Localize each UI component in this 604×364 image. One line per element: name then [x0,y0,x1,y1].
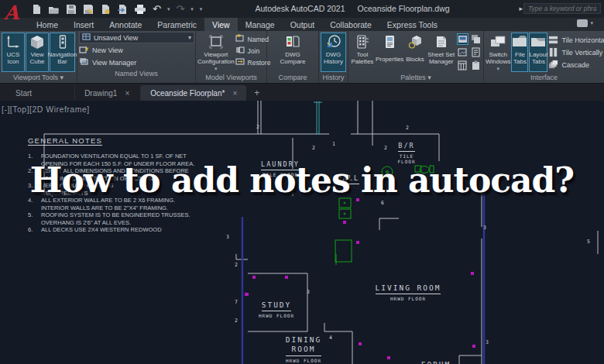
panel-label-palettes[interactable]: Palettes ▾ [348,73,483,83]
redo-button[interactable]: ↷ [176,4,184,14]
search-input[interactable] [523,3,601,14]
note-number: 5. [28,211,41,226]
undo-dropdown-icon[interactable]: ▾ [167,6,170,12]
viewport-configuration-icon [208,34,224,52]
new-file-icon[interactable] [31,4,42,15]
ribbon-tab-row: Home Insert Annotate Parametric View Man… [0,18,604,31]
panel-compare: DWG Compare Compare [267,31,319,83]
keynote: 3 [226,234,229,240]
export-icon[interactable] [117,4,128,15]
save-icon[interactable] [66,4,77,15]
redo-dropdown-icon[interactable]: ▾ [190,6,194,12]
properties-button[interactable]: Properties [376,33,404,73]
keynote: 7 [235,299,238,305]
sheet-set-manager-button[interactable]: Sheet Set Manager [426,33,456,73]
dwg-history-button[interactable]: DWG History [321,33,346,72]
view-manager-label: View Manager [92,59,136,67]
text-window-icon[interactable] [457,33,468,45]
tab-express-tools[interactable]: Express Tools [379,18,445,31]
panel-label-history: History [319,73,348,83]
ribbon: UCS Icon View Cube Navigation Bar Viewpo… [0,31,604,84]
sheet-set-manager-icon [434,34,449,52]
new-drawing-tab-button[interactable]: + [254,88,259,98]
tile-vertically-button[interactable]: Tile Vertically [548,47,604,58]
tab-parametric[interactable]: Parametric [149,18,204,31]
note-item: 6.ALL DECKS USE 2X4 WESTERN REDWOOD [28,226,228,234]
reference-icon[interactable] [457,46,468,58]
layout-tabs-toggle-button[interactable]: Layout Tabs [529,33,547,72]
cascade-button[interactable]: Cascade [548,60,604,70]
keynote: 3 [307,289,310,295]
tab-insert[interactable]: Insert [66,18,101,31]
clipboard-icon[interactable] [470,60,482,71]
undo-button[interactable]: ↶ [153,4,161,14]
dwg-compare-button[interactable]: DWG Compare [278,33,307,73]
viewport-configuration-label: Viewport Configuration [197,52,235,66]
viewport-configuration-button[interactable]: Viewport Configuration ▾ [197,33,235,73]
view-cube-button[interactable]: View Cube [26,33,49,72]
drawing-canvas[interactable]: [-][Top][2D Wireframe] GENERAL NOTES 1.F… [0,101,604,364]
viewport-controls[interactable]: [-][Top][2D Wireframe] [2,105,90,114]
search-arrow-icon[interactable]: ▸ [519,5,523,12]
quickcalc-icon[interactable] [470,33,482,45]
counting-icon[interactable] [457,60,468,71]
open-folder-icon[interactable] [48,4,60,15]
file-tab-bar: Start Drawing1 × Oceanside Floorplan* × … [0,84,604,101]
markup-icon[interactable] [470,46,482,58]
panel-label-compare: Compare [267,73,318,83]
switch-windows-label: Switch Windows [486,52,510,66]
tile-horizontally-button[interactable]: Tile Horizontally [548,35,604,46]
room-label-forum: FORUM [409,355,463,364]
print-icon[interactable] [134,4,146,15]
panel-viewport-tools: UCS Icon View Cube Navigation Bar Viewpo… [0,31,77,83]
switch-windows-button[interactable]: Switch Windows ▾ [486,33,510,73]
tab-manage[interactable]: Manage [238,18,283,31]
tab-output[interactable]: Output [283,18,323,31]
view-dropdown[interactable]: Unsaved View ▾ [79,32,194,43]
keynote: 3 [486,339,489,345]
dwg-history-label: DWG History [324,52,343,66]
tab-annotate[interactable]: Annotate [101,18,149,31]
dwg-compare-label: DWG Compare [280,52,306,66]
restore-viewport-button[interactable]: Restore [235,57,271,68]
overlay-headline: How to add notes in autocad? [30,160,574,200]
file-tab-start[interactable]: Start [6,85,75,101]
tab-home[interactable]: Home [29,18,66,31]
plot-stamp-icon[interactable] [100,4,111,15]
blocks-icon [407,34,423,52]
autocad-logo-icon[interactable]: A [4,2,24,26]
close-icon[interactable]: × [125,89,129,98]
new-view-button[interactable]: New View [79,44,194,56]
blocks-button[interactable]: Blocks [404,33,425,73]
keynote: 2 [312,145,315,151]
file-tabs-toggle-button[interactable]: File Tabs [511,33,528,72]
view-dropdown-value: Unsaved View [94,34,138,42]
panel-named-views: Unsaved View ▾ New View View Manager Nam… [77,31,196,83]
close-icon[interactable]: × [232,89,237,98]
room-name: STUDY [262,300,292,311]
save-as-icon[interactable] [83,4,94,15]
view-manager-button[interactable]: View Manager [79,57,194,68]
ucs-icon-button[interactable]: UCS Icon [2,33,25,72]
document-title: Oceanside Floorplan.dwg [358,4,450,13]
cube-icon [29,34,45,52]
tile-vertical-icon [548,47,558,59]
view-manager-icon [79,57,89,68]
named-viewport-button[interactable]: Named [235,33,271,45]
ribbon-display-toggle[interactable]: ▾ [577,19,593,27]
tab-view[interactable]: View [204,18,238,31]
panel-label-viewport-tools[interactable]: Viewport Tools ▾ [0,73,77,83]
file-tab-drawing1[interactable]: Drawing1 × [75,85,141,101]
qat-customize-icon[interactable]: ▾ [200,6,203,12]
tool-palettes-icon [355,34,370,52]
tool-palettes-button[interactable]: Tool Palettes [350,33,375,73]
join-viewport-button[interactable]: Join [235,45,271,57]
file-tabs-toggle-label: File Tabs [513,52,527,66]
viewport-configuration-caret-icon: ▾ [214,66,218,72]
navigation-bar-button[interactable]: Navigation Bar [50,33,75,72]
keynote: 2 [256,124,259,130]
layout-tab-sheet-icon [530,34,547,52]
tab-collaborate[interactable]: Collaborate [322,18,379,31]
file-tab-oceanside[interactable]: Oceanside Floorplan* × [141,85,246,101]
panel-model-viewports: Viewport Configuration ▾ Named Join Rest… [196,31,267,83]
